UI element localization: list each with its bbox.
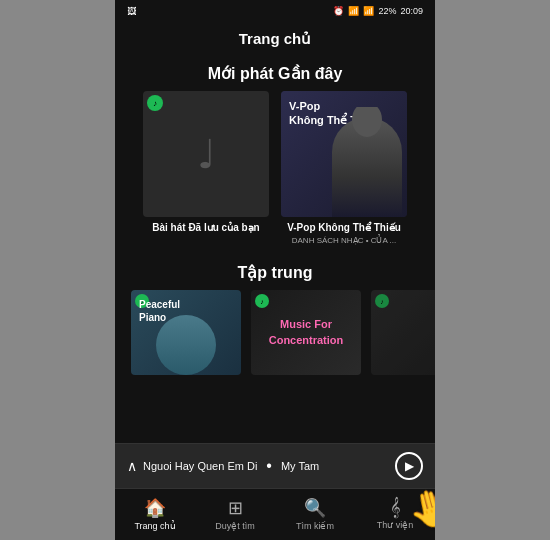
third-focus-card[interactable]: ♪ — [371, 290, 435, 375]
signal-icon: 📶 — [363, 6, 374, 16]
search-icon: 🔍 — [304, 497, 326, 519]
library-icon: 𝄞 — [390, 497, 401, 518]
vpop-label: V-Pop Không Thể Thiếu — [281, 221, 407, 234]
time-display: 20:09 — [400, 6, 423, 16]
battery-level: 22% — [378, 6, 396, 16]
now-playing-bar[interactable]: ∧ Nguoi Hay Quen Em Di • My Tam ▶ — [115, 443, 435, 488]
bottom-navigation: 🏠 Trang chủ ⊞ Duyệt tìm 🔍 Tìm kiếm 𝄞 Thư… — [115, 488, 435, 540]
alarm-icon: ⏰ — [333, 6, 344, 16]
spotify-icon-saved: ♪ — [147, 95, 163, 111]
peaceful-piano-card[interactable]: ♪ PeacefulPiano — [131, 290, 241, 375]
page-title: Trang chủ — [239, 30, 312, 47]
library-label: Thư viện — [377, 520, 414, 530]
separator-dot: • — [266, 457, 272, 475]
saved-songs-image: ♪ ♩ — [143, 91, 269, 217]
music-note-icon: ♩ — [197, 131, 216, 177]
person-silhouette — [332, 117, 402, 217]
vpop-image: ♪ V-PopKhông Thể Thiếu — [281, 91, 407, 217]
browse-icon: ⊞ — [228, 497, 243, 519]
music-concentration-label: Music ForConcentration — [265, 313, 348, 352]
page-header: Trang chủ — [115, 22, 435, 54]
browse-label: Duyệt tìm — [215, 521, 255, 531]
spotify-icon-third: ♪ — [375, 294, 389, 308]
status-right: ⏰ 📶 📶 22% 20:09 — [333, 6, 423, 16]
vpop-person-image — [327, 107, 407, 217]
wifi-icon: 📶 — [348, 6, 359, 16]
now-playing-artist: My Tam — [281, 460, 319, 472]
home-label: Trang chủ — [134, 521, 175, 531]
now-playing-song: Nguoi Hay Quen Em Di — [143, 460, 257, 472]
vpop-background: V-PopKhông Thể Thiếu — [281, 91, 407, 217]
vpop-card[interactable]: ♪ V-PopKhông Thể Thiếu V-Pop Không Thể T… — [281, 91, 407, 245]
focus-cards-row: ♪ PeacefulPiano ♪ Music ForConcentration… — [115, 290, 435, 387]
nav-item-browse[interactable]: ⊞ Duyệt tìm — [195, 497, 275, 531]
now-playing-info: ∧ Nguoi Hay Quen Em Di • My Tam — [127, 457, 319, 475]
home-icon: 🏠 — [144, 497, 166, 519]
spotify-icon-concentration: ♪ — [255, 294, 269, 308]
status-bar: 🖼 ⏰ 📶 📶 22% 20:09 — [115, 0, 435, 22]
peaceful-person-image — [156, 315, 216, 375]
recent-section-title: Mới phát Gần đây — [115, 54, 435, 91]
status-notification-icon: 🖼 — [127, 6, 136, 16]
chevron-up-icon: ∧ — [127, 458, 137, 474]
music-concentration-card[interactable]: ♪ Music ForConcentration — [251, 290, 361, 375]
focus-section-title: Tập trung — [115, 257, 435, 290]
recent-cards-row: ♪ ♩ Bài hát Đã lưu của bạn ♪ V-PopKhông … — [115, 91, 435, 257]
play-button[interactable]: ▶ — [395, 452, 423, 480]
phone-container: 🖼 ⏰ 📶 📶 22% 20:09 Trang chủ Mới phát Gần… — [115, 0, 435, 540]
search-label: Tìm kiếm — [296, 521, 334, 531]
vpop-sublabel: DANH SÁCH NHẠC • CỦA ... — [281, 236, 407, 245]
saved-songs-card[interactable]: ♪ ♩ Bài hát Đã lưu của bạn — [143, 91, 269, 245]
nav-item-search[interactable]: 🔍 Tìm kiếm — [275, 497, 355, 531]
main-content: Mới phát Gần đây ♪ ♩ Bài hát Đã lưu của … — [115, 54, 435, 443]
saved-songs-label: Bài hát Đã lưu của bạn — [143, 221, 269, 234]
nav-item-home[interactable]: 🏠 Trang chủ — [115, 497, 195, 531]
